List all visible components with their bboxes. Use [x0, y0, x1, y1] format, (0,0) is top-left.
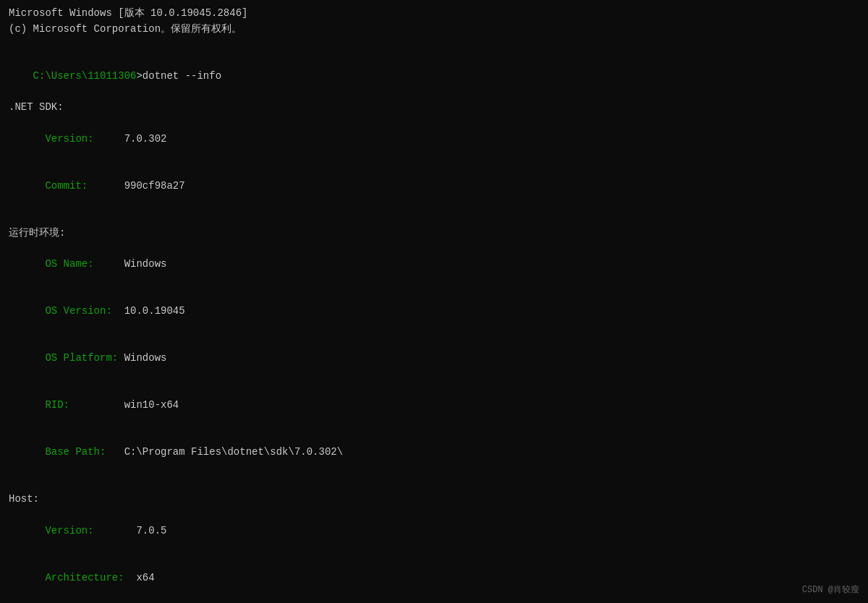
os-name-line: OS Name: Windows — [9, 241, 859, 288]
host-version-line: Version: 7.0.5 — [9, 508, 859, 555]
blank-3 — [9, 476, 859, 492]
header-line-1: Microsoft Windows [版本 10.0.19045.2846] — [9, 6, 859, 22]
rid-line: RID: win10-x64 — [9, 382, 859, 429]
blank-2 — [9, 210, 859, 226]
sdk-commit-line: Commit: 990cf98a27 — [9, 163, 859, 210]
prompt-path: C:\Users\11011306 — [33, 70, 137, 82]
base-path-line: Base Path: C:\Program Files\dotnet\sdk\7… — [9, 429, 859, 476]
terminal-window: Microsoft Windows [版本 10.0.19045.2846] (… — [0, 0, 868, 603]
blank-1 — [9, 37, 859, 53]
sdk-version-line: Version: 7.0.302 — [9, 116, 859, 163]
prompt-command: dotnet --info — [142, 70, 221, 82]
runtime-env-header: 运行时环境: — [9, 226, 859, 241]
sdk-header: .NET SDK: — [9, 100, 859, 116]
csdn-badge: CSDN @肖较瘦 — [802, 583, 859, 597]
host-arch-line: Architecture: x64 — [9, 555, 859, 602]
os-platform-line: OS Platform: Windows — [9, 335, 859, 382]
prompt-line: C:\Users\11011306>dotnet --info — [9, 53, 859, 100]
header-line-2: (c) Microsoft Corporation。保留所有权利。 — [9, 22, 859, 38]
host-header: Host: — [9, 492, 859, 508]
os-version-line: OS Version: 10.0.19045 — [9, 288, 859, 335]
